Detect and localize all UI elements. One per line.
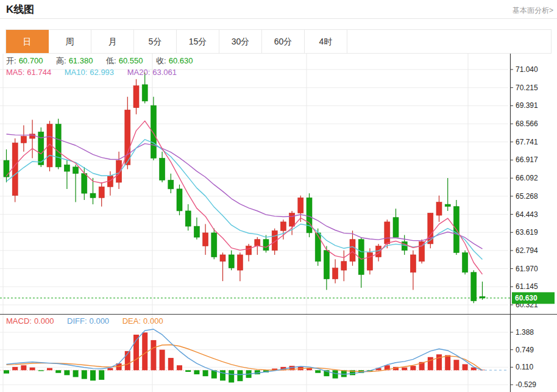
svg-text:70.215: 70.215 [516, 84, 538, 92]
svg-text:62.794: 62.794 [516, 246, 538, 255]
svg-text:63.619: 63.619 [516, 228, 538, 237]
svg-text:66.092: 66.092 [516, 174, 538, 182]
svg-text:65.268: 65.268 [516, 192, 538, 201]
kline-chart-canvas[interactable]: 71.04070.21569.39168.56667.74166.91766.0… [0, 0, 557, 392]
svg-text:68.566: 68.566 [516, 119, 538, 128]
svg-text:69.391: 69.391 [516, 101, 538, 110]
svg-text:1.388: 1.388 [516, 328, 534, 337]
svg-text:67.741: 67.741 [516, 138, 538, 146]
svg-text:61.970: 61.970 [516, 265, 538, 273]
svg-text:-0.529: -0.529 [516, 380, 536, 389]
svg-text:71.040: 71.040 [516, 65, 538, 74]
svg-text:66.917: 66.917 [516, 155, 538, 164]
current-price-badge: 60.630 [512, 292, 555, 304]
kline-page: K线图 基本面分析> 日周月5分15分30分60分4时 71.04070.215… [0, 0, 557, 392]
svg-text:0.110: 0.110 [516, 363, 533, 371]
svg-text:60.630: 60.630 [515, 294, 537, 302]
macd-histogram [4, 332, 485, 382]
svg-text:64.443: 64.443 [516, 210, 538, 219]
svg-text:0.749: 0.749 [516, 346, 534, 354]
svg-text:61.145: 61.145 [516, 282, 538, 291]
